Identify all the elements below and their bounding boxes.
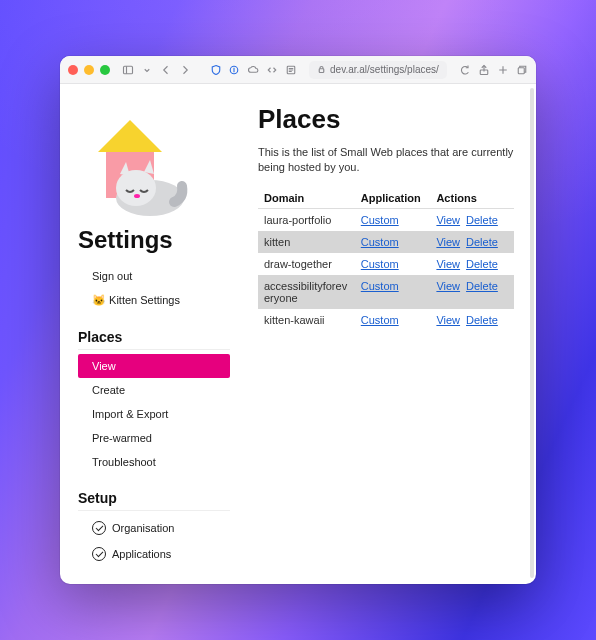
table-row: draw-togetherCustomViewDelete	[258, 253, 514, 275]
sidebar-section-places: Places	[78, 319, 230, 350]
sidebar-title: Settings	[78, 226, 244, 254]
sidebar-toggle-icon[interactable]	[122, 62, 135, 78]
devtools-icon[interactable]	[265, 62, 278, 78]
sidebar-item-pre-warmed[interactable]: Pre-warmed	[78, 426, 244, 450]
app-link[interactable]: Custom	[361, 214, 399, 226]
sidebar-item-organisation[interactable]: Organisation	[78, 515, 244, 541]
dropdown-chevron-icon[interactable]	[141, 62, 154, 78]
scrollbar[interactable]	[530, 88, 534, 578]
address-bar[interactable]: dev.ar.al/settings/places/	[309, 61, 447, 79]
sidebar-item-label: Sign out	[92, 270, 132, 282]
sidebar-item-view[interactable]: View	[78, 354, 230, 378]
sidebar-item-label: Create	[92, 384, 125, 396]
cell-domain: kitten-kawaii	[258, 309, 355, 331]
app-link[interactable]: Custom	[361, 236, 399, 248]
sidebar-item-kitten-settings[interactable]: 🐱 Kitten Settings	[78, 288, 244, 313]
delete-link[interactable]: Delete	[466, 258, 498, 270]
cell-app: Custom	[355, 275, 431, 309]
svg-rect-12	[518, 67, 524, 73]
share-icon[interactable]	[478, 62, 491, 78]
view-link[interactable]: View	[436, 236, 460, 248]
sidebar-item-signout[interactable]: Sign out	[78, 264, 244, 288]
sidebar-item-troubleshoot[interactable]: Troubleshoot	[78, 450, 244, 474]
cell-app: Custom	[355, 253, 431, 275]
delete-link[interactable]: Delete	[466, 214, 498, 226]
app-link[interactable]: Custom	[361, 314, 399, 326]
new-tab-icon[interactable]	[496, 62, 509, 78]
svg-point-16	[116, 170, 156, 206]
sidebar-item-label: Troubleshoot	[92, 456, 156, 468]
cell-actions: ViewDelete	[430, 309, 514, 331]
svg-rect-8	[319, 69, 324, 73]
cell-app: Custom	[355, 231, 431, 253]
back-icon[interactable]	[160, 62, 173, 78]
cell-domain: kitten	[258, 231, 355, 253]
delete-link[interactable]: Delete	[466, 236, 498, 248]
check-icon	[92, 521, 106, 535]
sidebar-item-label: Organisation	[112, 522, 174, 534]
app-logo	[78, 102, 198, 222]
delete-link[interactable]: Delete	[466, 280, 498, 292]
cell-domain: laura-portfolio	[258, 208, 355, 231]
view-link[interactable]: View	[436, 214, 460, 226]
cell-actions: ViewDelete	[430, 208, 514, 231]
minimize-window-button[interactable]	[84, 65, 94, 75]
cell-app: Custom	[355, 208, 431, 231]
url-text: dev.ar.al/settings/places/	[330, 64, 439, 75]
zoom-window-button[interactable]	[100, 65, 110, 75]
lock-icon	[317, 65, 326, 74]
refresh-icon[interactable]	[459, 62, 472, 78]
svg-point-19	[134, 194, 140, 198]
view-link[interactable]: View	[436, 280, 460, 292]
svg-rect-0	[124, 66, 133, 74]
table-row: kittenCustomViewDelete	[258, 231, 514, 253]
table-row: laura-portfolioCustomViewDelete	[258, 208, 514, 231]
page-description: This is the list of Small Web places tha…	[258, 145, 514, 176]
sidebar-item-label: Applications	[112, 548, 171, 560]
col-domain: Domain	[258, 188, 355, 209]
window-controls	[68, 65, 110, 75]
app-link[interactable]: Custom	[361, 258, 399, 270]
sidebar-item-applications[interactable]: Applications	[78, 541, 244, 567]
cell-domain: accessibilityforeveryone	[258, 275, 355, 309]
table-row: accessibilityforeveryoneCustomViewDelete	[258, 275, 514, 309]
check-icon	[92, 547, 106, 561]
svg-marker-14	[98, 120, 162, 152]
sidebar-item-label: View	[92, 360, 116, 372]
sidebar-item-import-export[interactable]: Import & Export	[78, 402, 244, 426]
cell-app: Custom	[355, 309, 431, 331]
sidebar-item-label: 🐱 Kitten Settings	[92, 294, 180, 307]
cell-actions: ViewDelete	[430, 231, 514, 253]
col-actions: Actions	[430, 188, 514, 209]
table-row: kitten-kawaiiCustomViewDelete	[258, 309, 514, 331]
page-title: Places	[258, 104, 514, 135]
titlebar: dev.ar.al/settings/places/	[60, 56, 536, 84]
cloud-icon[interactable]	[247, 62, 260, 78]
forward-icon[interactable]	[178, 62, 191, 78]
sidebar-item-label: Pre-warmed	[92, 432, 152, 444]
app-link[interactable]: Custom	[361, 280, 399, 292]
browser-window: dev.ar.al/settings/places/	[60, 56, 536, 584]
main-content: Places This is the list of Small Web pla…	[244, 84, 536, 584]
extension-icon[interactable]	[228, 62, 241, 78]
sidebar: Settings Sign out 🐱 Kitten Settings Plac…	[60, 84, 244, 584]
places-table: Domain Application Actions laura-portfol…	[258, 188, 514, 331]
cell-actions: ViewDelete	[430, 253, 514, 275]
tabs-icon[interactable]	[515, 62, 528, 78]
view-link[interactable]: View	[436, 258, 460, 270]
shield-icon[interactable]	[209, 62, 222, 78]
sidebar-section-setup: Setup	[78, 480, 230, 511]
sidebar-item-label: Import & Export	[92, 408, 168, 420]
view-link[interactable]: View	[436, 314, 460, 326]
sidebar-item-create[interactable]: Create	[78, 378, 244, 402]
delete-link[interactable]: Delete	[466, 314, 498, 326]
cell-actions: ViewDelete	[430, 275, 514, 309]
close-window-button[interactable]	[68, 65, 78, 75]
reader-icon[interactable]	[284, 62, 297, 78]
cell-domain: draw-together	[258, 253, 355, 275]
col-app: Application	[355, 188, 431, 209]
